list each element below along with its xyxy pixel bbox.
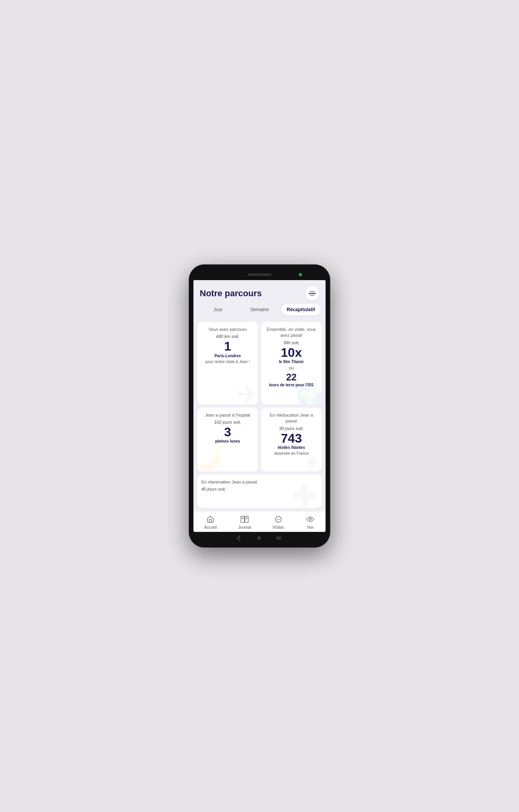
card-visits-or: ou [265, 365, 318, 370]
card-reeducation-italic: 30 jours soit, [265, 426, 318, 431]
content-grid: ✈ Vous avez parcouru 480 km soit, 1 Pari… [193, 319, 326, 511]
android-home[interactable] [258, 537, 261, 540]
card-visits-number: 10x [265, 346, 318, 360]
svg-rect-0 [241, 516, 245, 522]
nav-journal[interactable]: Journal [238, 515, 251, 530]
phone-screen: Notre parcours Jour Semaine Récapitulati… [193, 280, 326, 532]
card-travel: ✈ Vous avez parcouru 480 km soit, 1 Pari… [197, 322, 258, 404]
nav-visites[interactable]: Visites [272, 515, 284, 530]
card-visits-italic: 34h soit, [265, 340, 318, 345]
nav-voir-label: Voir [307, 525, 313, 530]
card-hospital: 🌙 Jean a passé à l'hopital 102 jours soi… [197, 408, 258, 471]
android-nav-bar [193, 532, 326, 543]
card-reeducation-number: 743 [265, 432, 318, 445]
card-travel-italic: 480 km soit, [201, 334, 254, 339]
card-travel-sublabel: pour rentre visite à Jean ! [201, 360, 254, 364]
app-header: Notre parcours [193, 280, 326, 304]
android-back[interactable] [237, 535, 243, 541]
moon-icon: 🌙 [197, 448, 223, 469]
card-hospital-italic: 102 jours soit, [201, 420, 254, 424]
card-visits-label: le film Titanic [265, 360, 318, 364]
nav-accueil[interactable]: Accueil [204, 515, 217, 530]
card-travel-label: Paris-Londres [201, 354, 254, 358]
card-visits-sublabel: tours de terre pour l'ISS [265, 383, 318, 387]
globe-icon: 🌍 [296, 385, 322, 404]
svg-rect-1 [245, 516, 248, 522]
tab-semaine[interactable]: Semaine [239, 304, 279, 316]
phone-speaker [248, 273, 271, 276]
card-reeducation-text: En rééducation Jean a passé [265, 412, 318, 424]
tabs-container: Jour Semaine Récapitulatif [193, 304, 326, 319]
home-icon [206, 515, 215, 524]
card-hospital-number: 3 [201, 425, 254, 439]
card-reeducation: ✦ En rééducation Jean a passé 30 jours s… [261, 408, 322, 471]
card-visits: 🌍 Ensemble, en visite, vous avez passé 3… [261, 322, 322, 404]
android-recents[interactable] [276, 537, 281, 540]
nav-voir[interactable]: Voir [306, 515, 315, 530]
card-reanimation-italic: 40 jours soit, [201, 487, 318, 491]
bottom-navigation: Accueil Journal [193, 511, 326, 532]
card-travel-number: 1 [201, 340, 254, 353]
airplane-icon: ✈ [237, 381, 258, 404]
card-reeducation-sublabel: observée en France [265, 451, 318, 456]
card-visits-text: Ensemble, en visite, vous avez passé [265, 327, 318, 339]
menu-button[interactable] [305, 286, 319, 301]
card-hospital-label: pleines lunes [201, 439, 254, 443]
tab-jour[interactable]: Jour [198, 304, 238, 316]
card-travel-text: Vous avez parcouru [201, 327, 254, 332]
card-visits-medium-number: 22 [265, 372, 318, 383]
nav-accueil-label: Accueil [204, 525, 217, 530]
eye-icon [306, 515, 315, 524]
card-reanimation: En réanimation Jean a passé 40 jours soi… [197, 474, 322, 508]
phone-camera [299, 273, 302, 276]
card-hospital-text: Jean a passé à l'hopital [201, 412, 254, 418]
page-title: Notre parcours [200, 288, 262, 299]
book-icon [240, 515, 249, 524]
card-reeducation-label: étoiles filantes [265, 445, 318, 450]
phone-frame: Notre parcours Jour Semaine Récapitulati… [189, 264, 330, 548]
phone-top-bar [193, 269, 326, 280]
nav-visites-label: Visites [272, 525, 284, 530]
svg-point-7 [309, 519, 311, 520]
chat-icon [274, 515, 283, 524]
card-reanimation-text: En réanimation Jean a passé [201, 479, 318, 485]
tab-recapitulatif[interactable]: Récapitulatif [281, 304, 321, 316]
nav-journal-label: Journal [238, 525, 251, 530]
